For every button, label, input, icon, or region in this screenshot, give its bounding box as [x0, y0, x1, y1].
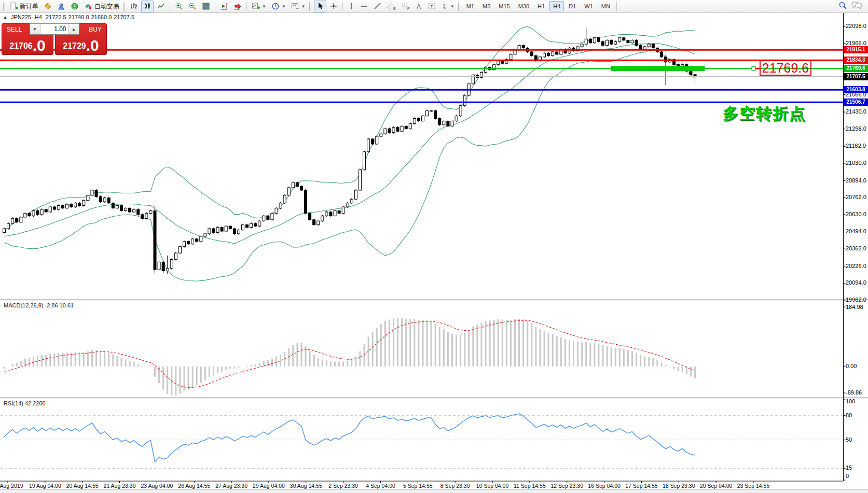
vertical-line-button[interactable]	[346, 1, 357, 12]
toolbar-separator	[616, 2, 617, 11]
time-axis-label: 20 Sep 04:00	[700, 483, 732, 489]
arrows-icon	[441, 2, 448, 10]
toolbar-separator	[215, 2, 215, 11]
svg-text:F: F	[407, 7, 409, 10]
volume-input[interactable]: 1.00	[40, 24, 68, 34]
candlestick-chart-button[interactable]	[141, 1, 154, 12]
zoom-in-button[interactable]	[173, 1, 185, 12]
one-click-trade-panel: SELL 21706.0 BUY 21729.0 ▼ 1.00 ▲	[2, 23, 107, 55]
fibonacci-button[interactable]: F	[399, 1, 412, 12]
price-tick-label: 20362.0	[846, 245, 866, 251]
tab-timeframe-D1[interactable]: D1	[565, 1, 580, 11]
toolbar-grip	[3, 2, 5, 11]
trendline-button[interactable]	[371, 1, 384, 12]
templates-button[interactable]: ▼	[289, 1, 308, 12]
tab-timeframe-W1[interactable]: W1	[581, 1, 597, 11]
buy-label: BUY	[89, 26, 102, 33]
price-tick-label: 21162.0	[846, 143, 866, 149]
toolbar-grip	[458, 2, 460, 11]
chart-area[interactable]	[0, 0, 868, 493]
chevron-down-icon: ▼	[450, 4, 454, 9]
status-bar	[0, 489, 868, 493]
time-axis-label: 10 Sep 04:00	[476, 483, 508, 489]
chart-shift-button[interactable]	[218, 1, 230, 12]
price-line-badge: 21506.7	[844, 98, 868, 106]
auto-scroll-button[interactable]	[231, 1, 244, 12]
candlestick-chart-icon	[143, 2, 151, 10]
volume-decrease-button[interactable]: ▼	[30, 24, 40, 34]
rsi-tick-label: 100	[846, 398, 855, 404]
bar-chart-button[interactable]	[128, 1, 140, 12]
tab-timeframe-H1[interactable]: H1	[534, 1, 548, 11]
equidistant-channel-icon: E	[387, 2, 396, 10]
chevron-down-icon: ▼	[282, 4, 286, 9]
equidistant-channel-button[interactable]: E	[385, 1, 398, 12]
price-tick-label: 19962.0	[846, 297, 866, 303]
cursor-button[interactable]	[314, 1, 326, 12]
market-watch-button[interactable]	[42, 1, 54, 12]
time-axis-label: 4 Sep 04:00	[366, 483, 395, 489]
buy-price: 21729.0	[56, 38, 106, 53]
tile-windows-icon	[202, 2, 210, 10]
bar-chart-icon	[130, 2, 138, 10]
chart-ohlc-header: ▲ JPN225-,H4 21722.521740.021660.021707.…	[3, 14, 136, 20]
auto-trading-icon	[84, 2, 93, 10]
tab-timeframe-MN[interactable]: MN	[598, 1, 614, 11]
symbol-collapse-marker: ▲	[3, 15, 7, 20]
tab-timeframe-M15[interactable]: M15	[495, 1, 513, 11]
auto-trading-label: 自动交易	[94, 2, 119, 11]
green-zone-segment[interactable]	[611, 66, 705, 71]
line-handle[interactable]	[752, 67, 755, 71]
auto-trading-button[interactable]: 自动交易	[82, 1, 121, 12]
time-axis-label: 23 Sep 14:55	[737, 483, 769, 489]
ohlc-close: 21707.5	[114, 14, 134, 20]
svg-text:A: A	[417, 3, 421, 10]
price-callout-box[interactable]: 21769.6	[760, 60, 811, 76]
new-order-icon	[10, 2, 18, 10]
macd-pane-label: MACD(12,26,9) -2.86 10.61	[4, 302, 74, 308]
zoom-in-icon	[175, 2, 183, 10]
tab-timeframe-M30[interactable]: M30	[515, 1, 533, 11]
periods-button[interactable]: ▼	[269, 1, 288, 12]
sell-price: 21706.0	[2, 38, 53, 53]
price-tick-label: 20494.0	[846, 228, 866, 234]
time-axis-label: 16 Sep 04:00	[588, 483, 620, 489]
price-axis[interactable]: 22098.021966.021566.021430.021298.021162…	[844, 0, 868, 493]
time-axis-label: 19 Aug 04:00	[29, 483, 61, 489]
fibonacci-icon: F	[401, 2, 410, 10]
time-axis-label: 11 Sep 14:55	[514, 483, 546, 489]
price-tick-label: 21966.0	[846, 40, 866, 46]
arrows-button[interactable]: ▼	[439, 1, 457, 12]
chat-icon[interactable]	[851, 1, 863, 12]
crosshair-button[interactable]	[327, 1, 340, 12]
horizontal-line-button[interactable]	[358, 1, 370, 12]
tab-timeframe-M1[interactable]: M1	[463, 1, 478, 11]
tab-timeframe-M5[interactable]: M5	[479, 1, 494, 11]
metaeditor-button[interactable]	[55, 1, 67, 12]
line-chart-button[interactable]	[155, 1, 167, 12]
annotation-text[interactable]: 多空转折点	[723, 103, 806, 124]
horizontal-line-icon	[360, 2, 368, 10]
time-axis-label: 30 Aug 14:55	[290, 483, 322, 489]
indicators-button[interactable]: ▼	[250, 1, 268, 12]
toolbar-separator	[342, 2, 343, 11]
macd-pane	[4, 318, 695, 396]
text-label-button[interactable]: T	[425, 1, 438, 12]
volume-increase-button[interactable]: ▲	[68, 24, 79, 34]
zoom-out-button[interactable]	[186, 1, 199, 12]
time-axis-label: 17 Sep 14:55	[625, 483, 657, 489]
signals-button[interactable]	[68, 1, 81, 12]
cursor-icon	[316, 2, 324, 10]
search-icon[interactable]	[838, 1, 847, 12]
time-axis[interactable]: 15 Aug 201919 Aug 04:0020 Aug 14:5521 Au…	[0, 482, 843, 489]
macd-tick-label: 0.00	[846, 363, 857, 369]
tab-timeframe-H4[interactable]: H4	[549, 1, 564, 11]
line-chart-icon	[157, 2, 165, 10]
tile-windows-button[interactable]	[200, 1, 212, 12]
text-button[interactable]: A	[413, 1, 424, 12]
signals-icon	[71, 2, 79, 10]
crosshair-icon	[329, 2, 338, 10]
svg-text:E: E	[393, 7, 396, 10]
time-axis-label: 8 Sep 23:30	[440, 483, 470, 489]
new-order-button[interactable]: 新订单	[8, 1, 40, 12]
